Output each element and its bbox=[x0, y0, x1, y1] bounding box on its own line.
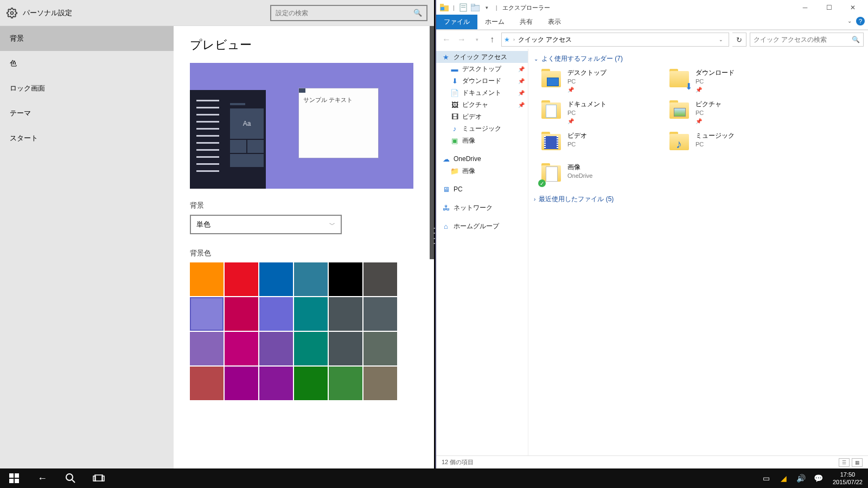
color-swatch[interactable] bbox=[294, 367, 328, 400]
color-swatch[interactable] bbox=[329, 367, 362, 400]
ribbon-expand-icon[interactable]: ⌄ bbox=[847, 18, 852, 24]
settings-search-input[interactable] bbox=[276, 9, 413, 17]
color-swatch[interactable] bbox=[363, 262, 397, 296]
color-swatch[interactable] bbox=[363, 297, 397, 331]
tab-view[interactable]: 表示 bbox=[540, 15, 569, 29]
explorer-search-input[interactable] bbox=[754, 36, 852, 43]
maximize-button[interactable]: ☐ bbox=[817, 2, 841, 14]
folder-item[interactable]: ♪ミュージックPC bbox=[668, 131, 792, 156]
close-button[interactable]: ✕ bbox=[841, 2, 865, 14]
start-button[interactable] bbox=[0, 468, 28, 488]
explorer-search[interactable]: 🔍 bbox=[750, 33, 864, 47]
color-swatch[interactable] bbox=[225, 367, 258, 400]
color-swatch[interactable] bbox=[329, 297, 362, 331]
folder-item[interactable]: デスクトップPC📌 bbox=[540, 68, 664, 93]
volume-icon[interactable]: 🔊 bbox=[793, 474, 810, 483]
pc-icon: 🖥 bbox=[442, 185, 450, 194]
settings-search[interactable]: 🔍 bbox=[270, 5, 427, 21]
nav-back-button[interactable]: ← bbox=[441, 34, 452, 46]
nav-background[interactable]: 背景 bbox=[0, 26, 174, 51]
tree-onedrive-images[interactable]: 📁画像 bbox=[436, 165, 528, 177]
address-bar[interactable]: ★ › クイック アクセス ⌄ bbox=[501, 33, 729, 47]
tree-onedrive[interactable]: ☁OneDrive bbox=[436, 153, 528, 165]
nav-lockscreen[interactable]: ロック画面 bbox=[0, 76, 174, 101]
nav-start[interactable]: スタート bbox=[0, 126, 174, 151]
status-bar: 12 個の項目 ☰ ▦ bbox=[436, 455, 868, 468]
nav-recent-dropdown[interactable]: ▾ bbox=[471, 34, 483, 46]
address-dropdown-icon[interactable]: ⌄ bbox=[716, 37, 726, 42]
scrollbar[interactable] bbox=[430, 26, 434, 259]
svg-rect-5 bbox=[461, 5, 465, 6]
svg-rect-8 bbox=[471, 4, 475, 6]
wifi-icon[interactable]: ◢ bbox=[775, 474, 793, 483]
color-swatch[interactable] bbox=[259, 367, 293, 400]
tab-home[interactable]: ホーム bbox=[477, 15, 512, 29]
color-swatch[interactable] bbox=[259, 297, 293, 331]
search-button[interactable] bbox=[56, 468, 85, 488]
color-swatch[interactable] bbox=[225, 332, 258, 365]
bg-dropdown[interactable]: 単色 ﹀ bbox=[190, 215, 342, 234]
folder-item[interactable]: ビデオPC bbox=[540, 131, 664, 156]
tree-pc[interactable]: 🖥PC bbox=[436, 183, 528, 195]
color-swatch[interactable] bbox=[329, 262, 362, 296]
tree-music[interactable]: ♪ミュージック bbox=[436, 123, 528, 134]
color-swatch[interactable] bbox=[363, 367, 397, 400]
folder-icon bbox=[540, 68, 563, 91]
minimize-button[interactable]: ─ bbox=[793, 2, 817, 14]
svg-rect-11 bbox=[9, 479, 14, 483]
action-center-icon[interactable]: 💬 bbox=[810, 474, 827, 483]
pin-icon: 📌 bbox=[695, 118, 722, 125]
tree-downloads[interactable]: ⬇ダウンロード📌 bbox=[436, 75, 528, 87]
back-button[interactable]: ← bbox=[28, 468, 56, 488]
svg-rect-3 bbox=[441, 7, 444, 10]
tab-file[interactable]: ファイル bbox=[436, 15, 477, 29]
color-swatch[interactable] bbox=[225, 297, 258, 331]
group-recent[interactable]: › 最近使用したファイル (5) bbox=[534, 195, 863, 204]
tree-quick-access[interactable]: ★クイック アクセス bbox=[436, 51, 528, 63]
new-folder-icon[interactable] bbox=[470, 3, 480, 12]
folder-item[interactable]: ドキュメントPC📌 bbox=[540, 99, 664, 124]
view-icons-button[interactable]: ▦ bbox=[852, 458, 863, 467]
clock[interactable]: 17:50 2015/07/22 bbox=[827, 470, 868, 486]
folder-item[interactable]: ✓画像OneDrive bbox=[540, 162, 664, 187]
tree-pictures[interactable]: 🖼ピクチャ📌 bbox=[436, 99, 528, 111]
color-swatch[interactable] bbox=[294, 332, 328, 365]
refresh-button[interactable]: ↻ bbox=[732, 33, 746, 47]
network-icon: 🖧 bbox=[442, 203, 450, 212]
battery-icon[interactable]: ▭ bbox=[758, 474, 775, 483]
folder-item[interactable]: ⬇ダウンロードPC📌 bbox=[668, 68, 792, 93]
tree-homegroup[interactable]: ⌂ホームグループ bbox=[436, 220, 528, 232]
tree-desktop[interactable]: ▬デスクトップ📌 bbox=[436, 63, 528, 75]
color-swatch[interactable] bbox=[294, 262, 328, 296]
view-details-button[interactable]: ☰ bbox=[839, 458, 850, 467]
group-frequent[interactable]: ⌄ よく使用するフォルダー (7) bbox=[534, 54, 863, 63]
folder-item[interactable]: ピクチャPC📌 bbox=[668, 99, 792, 124]
color-swatch[interactable] bbox=[329, 332, 362, 365]
tree-videos[interactable]: 🎞ビデオ bbox=[436, 111, 528, 123]
nav-themes[interactable]: テーマ bbox=[0, 101, 174, 126]
folder-icon: ⬇ bbox=[668, 68, 691, 91]
nav-up-button[interactable]: ↑ bbox=[486, 34, 498, 46]
color-swatch[interactable] bbox=[190, 367, 224, 400]
nav-colors[interactable]: 色 bbox=[0, 51, 174, 76]
explorer-titlebar[interactable]: | ▾ | エクスプローラー ─ ☐ ✕ bbox=[436, 0, 868, 15]
color-swatch[interactable] bbox=[225, 262, 258, 296]
color-swatch[interactable] bbox=[190, 332, 224, 365]
tree-network[interactable]: 🖧ネットワーク bbox=[436, 202, 528, 214]
tab-share[interactable]: 共有 bbox=[512, 15, 540, 29]
color-swatch[interactable] bbox=[363, 332, 397, 365]
folder-icon bbox=[540, 131, 563, 153]
help-icon[interactable]: ? bbox=[856, 17, 865, 25]
nav-forward-button[interactable]: → bbox=[456, 34, 468, 46]
properties-icon[interactable] bbox=[458, 3, 468, 12]
tree-documents[interactable]: 📄ドキュメント📌 bbox=[436, 87, 528, 99]
task-view-button[interactable] bbox=[85, 468, 113, 488]
color-swatch[interactable] bbox=[259, 262, 293, 296]
color-swatch[interactable] bbox=[259, 332, 293, 365]
color-swatch[interactable] bbox=[294, 297, 328, 331]
qat-dropdown-icon[interactable]: ▾ bbox=[482, 3, 492, 12]
color-swatch[interactable] bbox=[190, 297, 224, 331]
color-swatch[interactable] bbox=[190, 262, 224, 296]
tree-images[interactable]: ▣画像 bbox=[436, 134, 528, 146]
breadcrumb-text[interactable]: クイック アクセス bbox=[518, 35, 572, 44]
